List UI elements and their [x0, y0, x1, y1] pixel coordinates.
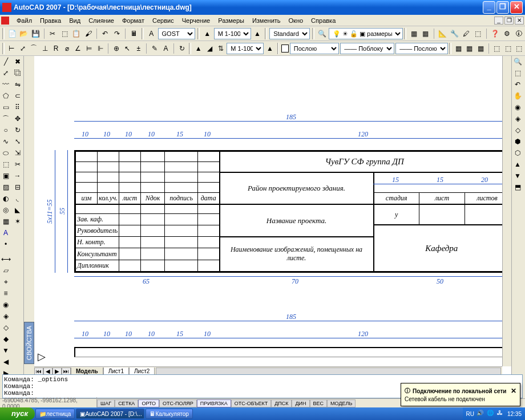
- dimstyle-combo[interactable]: Standard: [269, 28, 310, 39]
- r-icon-10[interactable]: ▲: [512, 159, 523, 170]
- chamfer-icon[interactable]: ◣: [12, 204, 23, 216]
- status-ducs[interactable]: ДПСК: [271, 399, 292, 407]
- mod-1-icon[interactable]: ◉: [0, 299, 11, 310]
- rect-icon[interactable]: ▭: [0, 102, 11, 113]
- line-icon[interactable]: ╱: [0, 56, 11, 67]
- array-icon[interactable]: ⠿: [12, 102, 23, 113]
- copy-obj-icon[interactable]: ⿻: [12, 67, 23, 79]
- r-icon-7[interactable]: ◇: [512, 124, 523, 136]
- view-icon-5[interactable]: ⬚: [503, 43, 512, 54]
- r-icon-12[interactable]: ⬒: [512, 181, 523, 193]
- annoscale-icon[interactable]: ▲: [202, 28, 213, 39]
- r-icon-9[interactable]: ⬡: [512, 147, 523, 159]
- dim-dia-icon[interactable]: ⌀: [62, 43, 72, 54]
- textstyle-icon[interactable]: A: [146, 28, 157, 39]
- menu-help[interactable]: Справка: [307, 16, 340, 25]
- task-autocad[interactable]: ▣ AutoCAD 2007 - [D:\...: [76, 409, 144, 419]
- mod-6-icon[interactable]: ◀: [0, 356, 11, 368]
- match-icon[interactable]: 🖌: [83, 28, 94, 39]
- offset-icon[interactable]: ⊂: [12, 90, 23, 102]
- fillet-icon[interactable]: ◟: [12, 193, 23, 204]
- menu-draw[interactable]: Черчение: [178, 16, 215, 25]
- undo-icon[interactable]: ↶: [100, 28, 111, 39]
- tb-icon-9[interactable]: 🛈: [513, 28, 524, 39]
- close-button[interactable]: ✕: [510, 1, 523, 14]
- menu-merge[interactable]: Слияние: [84, 16, 118, 25]
- dim-aligned-icon[interactable]: ⤢: [18, 43, 27, 54]
- vertical-scrollbar[interactable]: [502, 56, 511, 366]
- dim-linear-icon[interactable]: ⊢: [7, 43, 17, 54]
- arc-icon[interactable]: ⌒: [0, 113, 11, 124]
- copy-icon[interactable]: ⬚: [59, 28, 70, 39]
- anno-icon-3[interactable]: ◢: [205, 43, 215, 54]
- dist-icon[interactable]: ⟷: [0, 253, 11, 265]
- dim-update-icon[interactable]: ↻: [177, 43, 187, 54]
- lineweight-combo[interactable]: —— Послою: [395, 43, 448, 54]
- view-icon-1[interactable]: ▦: [454, 43, 463, 54]
- explode-icon[interactable]: ✶: [12, 216, 23, 227]
- child-min-button[interactable]: _: [494, 17, 503, 25]
- color-combo[interactable]: Послою: [290, 43, 339, 54]
- status-ortho[interactable]: ОРТО: [138, 399, 159, 407]
- status-otrack[interactable]: ОТС-ОБЪЕКТ: [231, 399, 271, 407]
- stretch-icon[interactable]: ⇲: [12, 147, 23, 159]
- menu-view[interactable]: Вид: [65, 16, 84, 25]
- ellipse-icon[interactable]: ⬭: [0, 147, 11, 159]
- circle-icon[interactable]: ○: [0, 124, 11, 136]
- start-button[interactable]: пуск: [0, 407, 35, 420]
- cut-icon[interactable]: ✂: [47, 28, 58, 39]
- status-osnap[interactable]: ПРИВЯЗКА: [197, 399, 231, 407]
- orbit-icon[interactable]: ◉: [512, 102, 523, 113]
- menu-tools[interactable]: Сервис: [148, 16, 178, 25]
- dim-base-icon[interactable]: ⊨: [84, 43, 94, 54]
- linetype-combo[interactable]: —— Поблоку: [340, 43, 394, 54]
- status-model[interactable]: МОДЕЛЬ: [327, 399, 356, 407]
- dim-arc-icon[interactable]: ⌒: [29, 43, 39, 54]
- tb-icon-7[interactable]: ❓: [490, 28, 500, 39]
- drawing-canvas[interactable]: 185 10 10 10 10 15 10 120 5x11=55 55: [34, 56, 502, 366]
- list-icon[interactable]: ≡: [0, 288, 11, 299]
- menu-modify[interactable]: Изменить: [248, 16, 285, 25]
- tray-icon-3[interactable]: 🖧: [497, 410, 505, 418]
- point-icon[interactable]: •: [0, 239, 11, 250]
- mtext-icon[interactable]: A: [0, 227, 11, 239]
- anno-toggle-icon[interactable]: ▲: [252, 28, 263, 39]
- anno-icon-2[interactable]: ▲: [193, 43, 203, 54]
- status-snap[interactable]: ШАГ: [97, 399, 115, 407]
- dim-tol-icon[interactable]: ±: [134, 43, 143, 54]
- scale-icon[interactable]: ⤡: [12, 136, 23, 147]
- area-icon[interactable]: ▱: [0, 265, 11, 276]
- anno-icon-4[interactable]: ⇅: [216, 43, 225, 54]
- textstyle-combo[interactable]: GOST: [158, 28, 195, 39]
- polygon-icon[interactable]: ⬠: [0, 90, 11, 102]
- paste-icon[interactable]: 📋: [71, 28, 82, 39]
- mod-2-icon[interactable]: ◈: [0, 310, 11, 322]
- trim-icon[interactable]: ✂: [12, 159, 23, 170]
- child-close-button[interactable]: ✕: [515, 17, 524, 25]
- mod-4-icon[interactable]: ◆: [0, 333, 11, 345]
- balloon-close-button[interactable]: ✕: [511, 387, 516, 395]
- rotate-icon[interactable]: ↻: [12, 124, 23, 136]
- tb-icon-5[interactable]: 🖊: [461, 28, 472, 39]
- pan-icon[interactable]: ✋: [512, 90, 523, 102]
- zoom-rt-icon[interactable]: 🔍: [512, 56, 523, 67]
- document-icon[interactable]: [1, 17, 9, 25]
- dim-edit-icon[interactable]: ✎: [150, 43, 159, 54]
- status-polar[interactable]: ОТС-ПОЛЯР: [159, 399, 197, 407]
- tb-icon-8[interactable]: ⚙: [502, 28, 512, 39]
- tb-icon-2[interactable]: ▦: [420, 28, 431, 39]
- menu-window[interactable]: Окно: [285, 16, 308, 25]
- annoscale2-combo[interactable]: M 1-100: [227, 43, 264, 54]
- layer-combo[interactable]: 💡 ☀ 🔓 ▣ размеры: [329, 28, 403, 39]
- r-icon-11[interactable]: ▼: [512, 170, 523, 181]
- redo-icon[interactable]: ↷: [112, 28, 123, 39]
- region-icon[interactable]: ◎: [0, 204, 11, 216]
- break-icon[interactable]: ⊟: [12, 181, 23, 193]
- color-swatch[interactable]: [281, 45, 288, 52]
- system-tray[interactable]: RU 🔊 🌐 🖧 12:35: [463, 407, 525, 420]
- r-icon-8[interactable]: ⬢: [512, 136, 523, 147]
- id-icon[interactable]: ⌖: [0, 276, 11, 288]
- tb-icon-1[interactable]: ▦: [409, 28, 419, 39]
- task-folder[interactable]: 📁 лестница: [35, 409, 75, 419]
- mirror-icon[interactable]: ⇋: [12, 79, 23, 90]
